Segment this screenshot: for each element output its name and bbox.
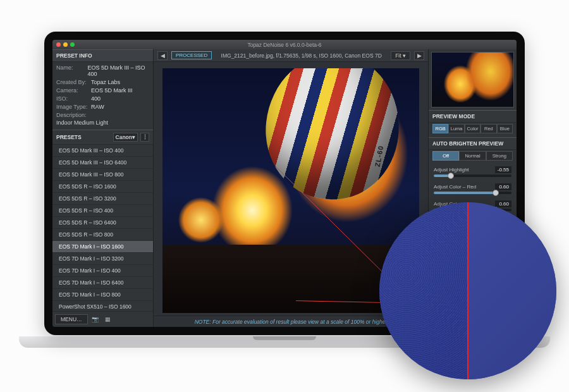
info-value: 400 — [91, 95, 101, 102]
presets-options-icon[interactable]: ⋮ — [140, 133, 149, 142]
slider-thumb[interactable] — [448, 173, 454, 179]
preset-item[interactable]: EOS 7D Mark I – ISO 6400 — [52, 277, 153, 289]
sidebar-footer: MENU… 📷 ▦ — [52, 311, 153, 327]
segment-red[interactable]: Red — [480, 124, 496, 133]
preset-item[interactable]: EOS 5DS R – ISO 400 — [52, 205, 153, 217]
info-value: EOS 5D Mark III – ISO 400 — [87, 64, 149, 77]
param-label: Adjust Color – Red — [434, 184, 476, 190]
presets-header-label: PRESETS — [56, 134, 82, 140]
viewer-toolbar: ◀ PROCESSED IMG_2121_before.jpg, f/1.756… — [154, 49, 428, 62]
preset-list[interactable]: EOS 5D Mark III – ISO 400EOS 5D Mark III… — [52, 145, 153, 311]
presets-filter-select[interactable]: Canon ▾ — [113, 133, 138, 142]
grid-icon[interactable]: ▦ — [103, 314, 113, 324]
preset-item[interactable]: EOS 5D Mark III – ISO 400 — [52, 145, 153, 157]
info-key: Image Type: — [56, 104, 91, 110]
preset-item[interactable]: EOS 5D Mark III – ISO 6400 — [52, 157, 153, 169]
window-title: Topaz DeNoise 6 v6.0.0-beta-6 — [52, 42, 517, 48]
slider-track[interactable] — [434, 175, 511, 177]
info-value: EOS 5D Mark III — [91, 87, 133, 94]
preview-mode-segments[interactable]: RGBLumaColorRedBlue — [432, 124, 513, 133]
param-row: Adjust Color – Red0.60 — [429, 181, 517, 199]
preset-item[interactable]: EOS 7D Mark I – ISO 400 — [52, 265, 153, 277]
preset-item[interactable]: EOS 5DS R – ISO 3200 — [52, 193, 153, 205]
segment-strong[interactable]: Strong — [486, 151, 513, 161]
zoom-divider — [467, 202, 468, 379]
segment-blue[interactable]: Blue — [497, 124, 513, 133]
param-value[interactable]: 0.60 — [495, 200, 511, 207]
info-value: Topaz Labs — [91, 79, 120, 85]
preview-mode-header: PREVIEW MODE — [429, 110, 517, 123]
menu-button[interactable]: MENU… — [55, 314, 88, 324]
fit-button[interactable]: Fit ▾ — [391, 51, 410, 60]
zoom-after-half — [468, 202, 556, 379]
zoom-compare-circle — [379, 202, 556, 379]
preset-item[interactable]: EOS 5D Mark III – ISO 800 — [52, 169, 153, 181]
preset-info-desc-value: Indoor Medium Light — [56, 119, 149, 126]
segment-luma[interactable]: Luma — [448, 124, 464, 133]
segment-color[interactable]: Color — [465, 124, 480, 133]
preset-item[interactable]: EOS 5DS R – ISO 1600 — [52, 181, 153, 193]
navigator-thumbnail[interactable] — [431, 52, 514, 107]
preset-item[interactable]: EOS 7D Mark I – ISO 800 — [52, 289, 153, 301]
auto-brighten-header: AUTO BRIGHTEN PREVIEW — [429, 137, 517, 150]
preset-item[interactable]: EOS 5DS R – ISO 6400 — [52, 217, 153, 229]
segment-normal[interactable]: Normal — [459, 151, 486, 161]
param-value[interactable]: 0.60 — [495, 183, 511, 190]
file-info: IMG_2121_before.jpg, f/1.75635, 1/98 s, … — [216, 52, 387, 59]
preset-item[interactable]: PowerShot SX510 – ISO 1600 — [52, 301, 153, 311]
info-value: RAW — [91, 104, 104, 110]
preset-info-header: PRESET INFO — [52, 49, 153, 62]
snapshot-icon[interactable]: 📷 — [90, 314, 101, 324]
preset-item[interactable]: EOS 7D Mark I – ISO 3200 — [52, 253, 153, 265]
param-row: Adjust Highlight-0.55 — [429, 164, 517, 181]
mac-titlebar: Topaz DeNoise 6 v6.0.0-beta-6 — [52, 40, 517, 49]
presets-header: PRESETS Canon ▾ ⋮ — [52, 130, 153, 145]
chevron-down-icon: ▾ — [132, 134, 135, 140]
sidebar-left: PRESET INFO Name:EOS 5D Mark III – ISO 4… — [52, 49, 154, 327]
info-key: Created By: — [56, 79, 91, 85]
info-key: ISO: — [56, 95, 91, 102]
nav-next-button[interactable]: ▶ — [414, 51, 424, 60]
slider-track[interactable] — [434, 192, 511, 194]
segment-off[interactable]: Off — [432, 151, 459, 161]
processed-badge[interactable]: PROCESSED — [171, 51, 212, 59]
param-value[interactable]: -0.55 — [495, 166, 511, 173]
info-key: Name: — [56, 64, 87, 77]
preset-info-panel: Name:EOS 5D Mark III – ISO 400Created By… — [52, 62, 153, 130]
param-label: Adjust Highlight — [434, 167, 469, 173]
preset-item[interactable]: EOS 7D Mark I – ISO 1600 — [52, 241, 153, 253]
nav-prev-button[interactable]: ◀ — [157, 51, 168, 60]
preset-item[interactable]: EOS 5DS R – ISO 800 — [52, 229, 153, 241]
info-key: Camera: — [56, 87, 91, 94]
segment-rgb[interactable]: RGB — [432, 124, 448, 133]
preset-info-desc-label: Description: — [56, 112, 149, 118]
auto-brighten-segments[interactable]: OffNormalStrong — [432, 151, 513, 161]
slider-thumb[interactable] — [493, 190, 499, 196]
